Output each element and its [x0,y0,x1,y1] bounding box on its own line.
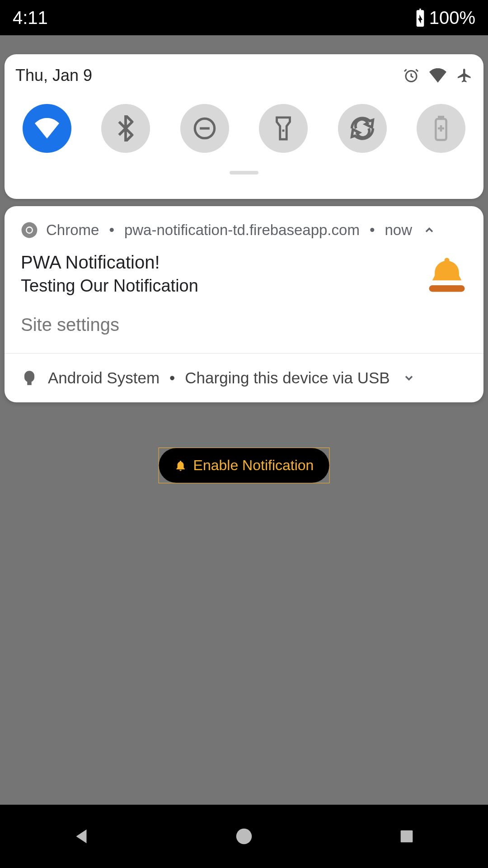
svg-point-6 [236,829,252,844]
chrome-icon [21,222,38,239]
notif-when: now [385,222,412,239]
notification-chrome[interactable]: Chrome • pwa-notification-td.firebaseapp… [5,206,483,353]
separator-icon: • [169,369,175,387]
battery-charging-icon [415,9,426,27]
notif-app-name: Chrome [46,222,99,239]
qs-tile-wifi[interactable] [23,104,71,153]
nav-back-button[interactable] [32,826,131,847]
wifi-icon [429,68,446,83]
enable-notification-label: Enable Notification [193,457,314,474]
sys-notif-app: Android System [48,369,160,387]
svg-rect-5 [429,285,465,292]
status-bar: 4:11 100% [0,0,488,35]
separator-icon: • [370,222,375,239]
qs-date: Thu, Jan 9 [15,66,92,85]
qs-tile-autorotate[interactable] [338,104,387,153]
status-time: 4:11 [13,8,48,28]
qs-drag-handle[interactable] [230,171,258,175]
chevron-down-icon[interactable] [403,372,415,384]
svg-rect-7 [401,830,413,843]
qs-tile-dnd[interactable] [180,104,229,153]
alarm-icon [403,67,419,84]
qs-tile-battery-saver[interactable] [417,104,465,153]
nav-recents-button[interactable] [357,827,456,845]
notification-android-system[interactable]: Android System • Charging this device vi… [5,353,483,402]
enable-notification-focus-box: Enable Notification [159,448,330,483]
qs-tile-bluetooth[interactable] [101,104,150,153]
svg-point-4 [27,227,32,232]
notif-title: PWA Notification! [21,252,427,273]
airplane-mode-icon [456,67,473,84]
bell-icon [174,459,187,472]
notif-origin: pwa-notification-td.firebaseapp.com [124,222,360,239]
quick-settings-panel[interactable]: Thu, Jan 9 [5,54,483,199]
separator-icon: • [109,222,114,239]
notif-message: Testing Our Notification [21,276,427,296]
sys-notif-summary: Charging this device via USB [185,369,389,387]
notification-large-icon [427,256,467,292]
navigation-bar [0,805,488,868]
chevron-up-icon[interactable] [423,224,436,236]
nav-home-button[interactable] [194,826,294,847]
notification-shade: Chrome • pwa-notification-td.firebaseapp… [5,206,483,402]
qs-tile-flashlight[interactable] [259,104,308,153]
status-battery-pct: 100% [429,8,475,28]
enable-notification-button[interactable]: Enable Notification [159,448,329,483]
notif-action-site-settings[interactable]: Site settings [21,315,467,335]
android-system-icon [21,369,38,387]
